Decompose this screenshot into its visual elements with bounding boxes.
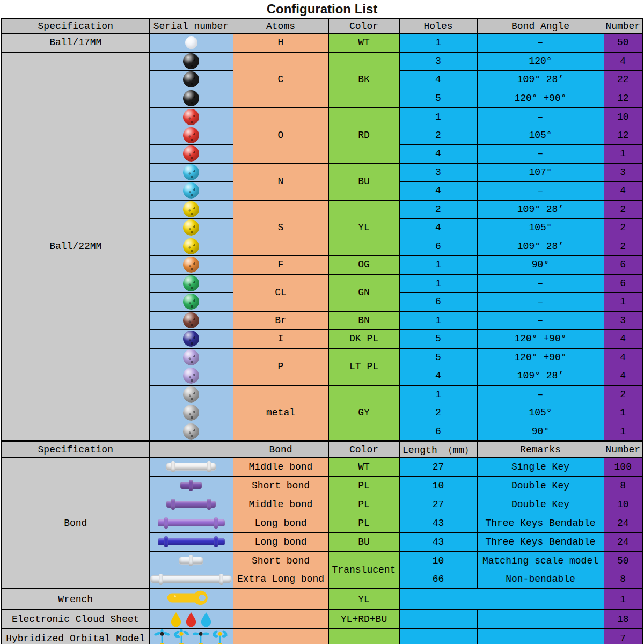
- color-cell: PL: [328, 476, 399, 495]
- header-serial-blank: [149, 442, 233, 457]
- cloud-drop-blue-icon: [200, 611, 212, 627]
- orbital-model-icon: [154, 629, 170, 644]
- atom-cell: metal: [233, 385, 328, 441]
- short-bond-icon: [179, 557, 203, 564]
- holes-cell: 1: [399, 385, 477, 404]
- middle-bond-icon: [166, 501, 216, 508]
- holes-cell: 2: [399, 404, 477, 422]
- bond-angle-cell: –: [477, 107, 604, 126]
- number-cell: 10: [604, 495, 642, 514]
- color-cell: BU: [328, 163, 399, 200]
- header-atoms: Atoms: [233, 19, 328, 33]
- number-cell: 1: [604, 292, 642, 311]
- number-cell: 100: [604, 457, 642, 476]
- number-cell: 50: [604, 551, 642, 570]
- holes-cell: 1: [399, 311, 477, 330]
- serial-cell: [149, 495, 233, 514]
- serial-cell: [149, 330, 233, 348]
- holes-cell: 5: [399, 89, 477, 108]
- number-cell: 12: [604, 89, 642, 108]
- color-cell: OG: [328, 255, 399, 274]
- atom-cell: Br: [233, 311, 328, 330]
- color-cell: WT: [328, 33, 399, 52]
- ball-icon: [183, 164, 199, 180]
- bond-angle-cell: –: [477, 144, 604, 163]
- number-cell: 6: [604, 255, 642, 274]
- serial-cell: [149, 404, 233, 422]
- spec-cell: Electronic Cloud Sheet: [2, 610, 149, 628]
- bond-angle-cell: 90°: [477, 255, 604, 274]
- holes-cell: 4: [399, 218, 477, 237]
- holes-cell: 4: [399, 181, 477, 200]
- orbital-model-icon: [193, 629, 209, 644]
- bond-angle-cell: 109° 28’: [477, 367, 604, 385]
- blank-cell: [399, 589, 604, 610]
- orbital-model-icons: [150, 629, 233, 644]
- ball-icon: [183, 368, 199, 384]
- number-cell: 4: [604, 367, 642, 385]
- short-bond-icon: [180, 482, 202, 489]
- color-cell: GY: [328, 385, 399, 441]
- number-cell: 2: [604, 200, 642, 219]
- serial-cell: [149, 107, 233, 126]
- ball-icon: [183, 312, 199, 328]
- number-cell: 1: [604, 422, 642, 441]
- atom-cell: I: [233, 330, 328, 348]
- holes-cell: 5: [399, 330, 477, 348]
- color-cell: BU: [328, 532, 399, 551]
- holes-cell: 6: [399, 422, 477, 441]
- serial-cell: [149, 144, 233, 163]
- color-cell: BN: [328, 311, 399, 330]
- number-cell: 24: [604, 532, 642, 551]
- length-cell: 43: [399, 514, 477, 532]
- ball-icon: [183, 238, 199, 254]
- number-cell: 24: [604, 514, 642, 532]
- serial-cell: [149, 532, 233, 551]
- header-length: Length （mm）: [399, 442, 477, 457]
- atom-cell: C: [233, 52, 328, 108]
- bond-name-cell: Middle bond: [233, 495, 328, 514]
- atom-cell: [233, 610, 328, 628]
- ball-icon: [183, 127, 199, 143]
- number-cell: 10: [604, 107, 642, 126]
- serial-cell: [149, 255, 233, 274]
- cloud-drop-yellow-icon: [170, 611, 182, 627]
- bond-angle-cell: 90°: [477, 422, 604, 441]
- number-cell: 2: [604, 237, 642, 256]
- ball-icon: [183, 294, 199, 310]
- ball-icon: [183, 71, 199, 87]
- atoms-table: Specification Serial number Atoms Color …: [1, 18, 643, 441]
- holes-cell: 4: [399, 144, 477, 163]
- number-cell: 7: [604, 628, 642, 644]
- atom-cell: O: [233, 107, 328, 163]
- number-cell: 4: [604, 348, 642, 367]
- serial-cell: [149, 292, 233, 311]
- number-cell: 1: [604, 589, 642, 610]
- color-cell: [328, 628, 399, 644]
- bond-angle-cell: 120° +90°: [477, 89, 604, 108]
- serial-cell: [149, 457, 233, 476]
- number-cell: 18: [604, 610, 642, 628]
- number-cell: 3: [604, 163, 642, 182]
- length-cell: 27: [399, 495, 477, 514]
- remarks-cell: Double Key: [477, 495, 604, 514]
- number-cell: 8: [604, 476, 642, 495]
- ball-icon: [185, 36, 197, 49]
- serial-cell: [149, 610, 233, 628]
- color-cell: BK: [328, 52, 399, 108]
- holes-cell: 1: [399, 274, 477, 293]
- blank-cell: [477, 610, 604, 628]
- bond-angle-cell: 109° 28’: [477, 70, 604, 89]
- holes-cell: 4: [399, 367, 477, 385]
- ball-icon: [183, 275, 199, 291]
- atom-cell: CL: [233, 274, 328, 311]
- atom-cell: H: [233, 33, 328, 52]
- holes-cell: 4: [399, 70, 477, 89]
- color-cell: WT: [328, 457, 399, 476]
- bond-name-cell: Short bond: [233, 551, 328, 570]
- serial-cell: [149, 218, 233, 237]
- holes-cell: 6: [399, 292, 477, 311]
- color-cell: LT PL: [328, 348, 399, 385]
- header-number: Number: [604, 19, 642, 33]
- color-cell: RD: [328, 107, 399, 163]
